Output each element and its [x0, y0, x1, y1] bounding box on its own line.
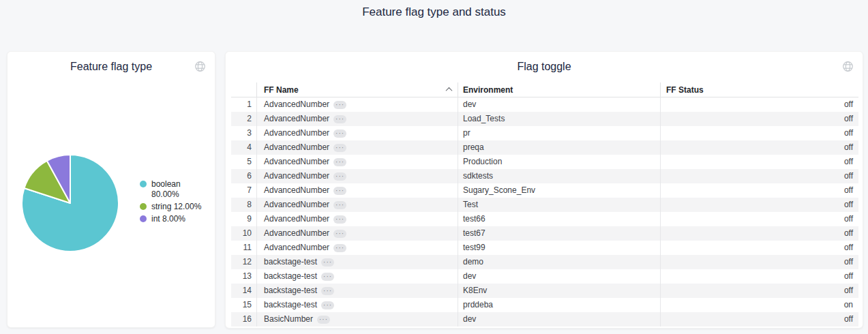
ff-status-cell: off [660, 97, 858, 112]
legend-item[interactable]: int 8.00% [140, 214, 201, 224]
table-row: 5AdvancedNumber···Productionoff [231, 155, 858, 169]
ff-name-text: backstage-test [264, 255, 317, 269]
ff-name-text: AdvancedNumber [264, 226, 329, 241]
ff-name-text: backstage-test [264, 284, 317, 298]
ff-status-cell: off [660, 241, 858, 255]
cell-ellipsis-button[interactable]: ··· [321, 258, 334, 267]
ff-status-cell: off [660, 226, 858, 241]
row-number: 1 [231, 97, 256, 112]
ff-name-text: AdvancedNumber [264, 241, 329, 255]
cell-ellipsis-button[interactable]: ··· [333, 244, 346, 252]
legend-label: boolean80.00% [151, 179, 181, 200]
table-row: 15backstage-test···prddebaon [231, 298, 858, 312]
row-number: 4 [231, 140, 256, 155]
pie-chart [20, 153, 121, 254]
pie-legend: boolean80.00%string 12.00%int 8.00% [140, 179, 201, 226]
panel-feature-flag-type: Feature flag type boolean80.00%string 12… [7, 51, 215, 328]
column-header-environment[interactable]: Environment [458, 82, 660, 97]
ff-name-cell: backstage-test··· [256, 269, 458, 284]
environment-cell: Production [458, 155, 660, 169]
cell-ellipsis-button[interactable]: ··· [333, 230, 346, 238]
cell-ellipsis-button[interactable]: ··· [321, 273, 334, 281]
legend-item[interactable]: string 12.00% [140, 202, 201, 212]
ff-status-cell: off [660, 269, 858, 284]
table-body: 1AdvancedNumber···devoff2AdvancedNumber·… [231, 97, 858, 327]
sort-ascending-icon[interactable] [446, 87, 453, 94]
legend-color-dot [140, 203, 147, 210]
ff-name-cell: BasicNumber··· [256, 312, 458, 327]
cell-ellipsis-button[interactable]: ··· [321, 301, 334, 309]
ff-name-cell: AdvancedNumber··· [256, 97, 458, 112]
ff-status-cell: off [660, 155, 858, 169]
ff-status-cell: off [660, 312, 858, 327]
ff-name-text: BasicNumber [264, 312, 313, 327]
ff-name-cell: backstage-test··· [256, 255, 458, 269]
legend-item[interactable]: boolean80.00% [140, 179, 201, 200]
row-number: 5 [231, 155, 256, 169]
table-row: 7AdvancedNumber···Sugary_Scone_Envoff [231, 183, 858, 198]
cell-ellipsis-button[interactable]: ··· [321, 287, 334, 295]
environment-cell: sdktests [458, 169, 660, 183]
cell-ellipsis-button[interactable]: ··· [333, 115, 346, 123]
table-header-row: FF Name Environment FF Status [231, 82, 858, 97]
ff-name-text: AdvancedNumber [264, 126, 329, 140]
cell-ellipsis-button[interactable]: ··· [317, 316, 330, 324]
ff-name-cell: AdvancedNumber··· [256, 155, 458, 169]
table-row: 2AdvancedNumber···Load_Testsoff [231, 112, 858, 126]
environment-cell: dev [458, 312, 660, 327]
ff-status-cell: off [660, 198, 858, 212]
cell-ellipsis-button[interactable]: ··· [333, 187, 346, 195]
cell-ellipsis-button[interactable]: ··· [333, 101, 346, 109]
cell-ellipsis-button[interactable]: ··· [333, 130, 346, 138]
table-row: 9AdvancedNumber···test66off [231, 212, 858, 226]
ff-status-cell: off [660, 169, 858, 183]
column-header-ff-status[interactable]: FF Status [660, 82, 858, 97]
ff-name-cell: AdvancedNumber··· [256, 198, 458, 212]
table-row: 6AdvancedNumber···sdktestsoff [231, 169, 858, 183]
row-number: 14 [231, 284, 256, 298]
table-row: 13backstage-test···devoff [231, 269, 858, 284]
table-row: 4AdvancedNumber···preqaoff [231, 140, 858, 155]
ff-status-cell: on [660, 298, 858, 312]
table-row: 11AdvancedNumber···test99off [231, 241, 858, 255]
ff-status-cell: off [660, 255, 858, 269]
column-header-ff-name[interactable]: FF Name [256, 82, 458, 97]
environment-cell: Sugary_Scone_Env [458, 183, 660, 198]
environment-cell: dev [458, 97, 660, 112]
ff-name-cell: AdvancedNumber··· [256, 241, 458, 255]
environment-cell: test67 [458, 226, 660, 241]
ff-name-text: AdvancedNumber [264, 169, 329, 183]
environment-cell: test66 [458, 212, 660, 226]
environment-cell: test99 [458, 241, 660, 255]
row-number: 12 [231, 255, 256, 269]
row-number: 15 [231, 298, 256, 312]
cell-ellipsis-button[interactable]: ··· [333, 172, 346, 181]
cell-ellipsis-button[interactable]: ··· [333, 144, 346, 152]
row-number: 13 [231, 269, 256, 284]
environment-cell: Test [458, 198, 660, 212]
ff-name-cell: backstage-test··· [256, 284, 458, 298]
ff-name-cell: AdvancedNumber··· [256, 140, 458, 155]
cell-ellipsis-button[interactable]: ··· [333, 158, 346, 166]
cell-ellipsis-button[interactable]: ··· [333, 215, 346, 224]
table-row: 3AdvancedNumber···proff [231, 126, 858, 140]
environment-cell: Load_Tests [458, 112, 660, 126]
table-row: 14backstage-test···K8Envoff [231, 284, 858, 298]
globe-icon[interactable] [194, 61, 206, 72]
legend-color-dot [140, 215, 147, 222]
cell-ellipsis-button[interactable]: ··· [333, 201, 346, 209]
legend-label: string 12.00% [151, 202, 201, 212]
ff-name-cell: backstage-test··· [256, 298, 458, 312]
ff-name-text: backstage-test [264, 298, 317, 312]
ff-name-cell: AdvancedNumber··· [256, 112, 458, 126]
ff-name-text: AdvancedNumber [264, 183, 329, 198]
globe-icon[interactable] [842, 61, 854, 72]
row-number: 6 [231, 169, 256, 183]
environment-cell: pr [458, 126, 660, 140]
row-number: 16 [231, 312, 256, 327]
table-row: 16BasicNumber···devoff [231, 312, 858, 327]
flag-toggle-table: FF Name Environment FF Status 1AdvancedN… [231, 82, 858, 327]
legend-label: int 8.00% [151, 214, 185, 224]
pie-panel-title[interactable]: Feature flag type [8, 52, 215, 73]
table-panel-title[interactable]: Flag toggle [226, 52, 863, 73]
